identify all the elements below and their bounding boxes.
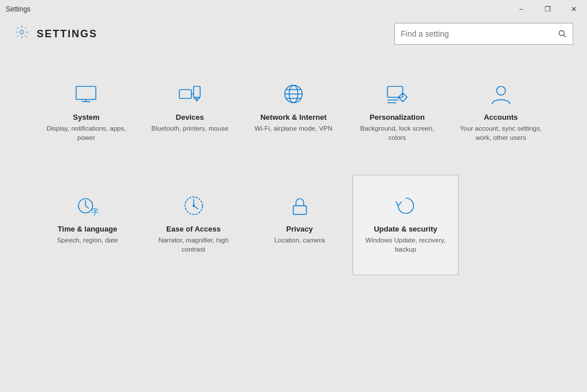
- maximize-button[interactable]: ❐: [534, 0, 561, 18]
- settings-item-title-devices: Devices: [176, 113, 204, 121]
- header: SETTINGS: [0, 18, 587, 52]
- svg-rect-8: [194, 97, 199, 99]
- settings-item-desc-system: Display, notifications, apps, power: [44, 124, 129, 142]
- settings-item-title-ease: Ease of Access: [166, 225, 221, 233]
- time-icon: 字: [76, 191, 100, 220]
- svg-rect-3: [76, 87, 96, 100]
- settings-item-desc-devices: Bluetooth, printers, mouse: [151, 124, 228, 133]
- settings-item-system[interactable]: SystemDisplay, notifications, apps, powe…: [34, 63, 138, 163]
- devices-icon: [178, 80, 202, 108]
- svg-point-1: [559, 30, 564, 36]
- settings-item-desc-update: Windows Update, recovery, backup: [362, 236, 449, 254]
- ease-icon: [182, 191, 206, 220]
- settings-item-personalization[interactable]: PersonalizationBackground, lock screen, …: [345, 63, 449, 163]
- settings-item-update[interactable]: Update & securityWindows Update, recover…: [353, 175, 459, 275]
- search-icon[interactable]: [552, 23, 573, 44]
- svg-point-27: [193, 205, 195, 207]
- search-input[interactable]: [395, 29, 552, 38]
- network-icon: [281, 80, 306, 108]
- svg-rect-6: [179, 89, 191, 98]
- header-left: SETTINGS: [14, 24, 97, 44]
- accounts-icon: [489, 80, 513, 108]
- svg-rect-7: [194, 87, 200, 97]
- settings-item-devices[interactable]: DevicesBluetooth, printers, mouse: [138, 63, 242, 163]
- personalization-icon: [385, 80, 409, 108]
- svg-point-19: [496, 87, 505, 95]
- window-controls: − ❐ ✕: [508, 0, 587, 18]
- settings-item-title-privacy: Privacy: [286, 225, 312, 233]
- settings-item-title-personalization: Personalization: [370, 113, 425, 121]
- settings-item-privacy[interactable]: PrivacyLocation, camera: [246, 175, 353, 275]
- settings-item-desc-network: Wi-Fi, airplane mode, VPN: [255, 124, 332, 133]
- settings-item-title-network: Network & Internet: [260, 113, 327, 121]
- svg-point-9: [196, 99, 198, 101]
- search-box: [394, 23, 573, 45]
- settings-item-title-time: Time & language: [58, 225, 118, 233]
- settings-item-desc-privacy: Location, camera: [274, 236, 324, 245]
- close-button[interactable]: ✕: [561, 0, 587, 18]
- settings-item-desc-time: Speech, region, date: [57, 236, 118, 245]
- svg-line-22: [85, 206, 89, 209]
- titlebar-title: Settings: [6, 5, 30, 13]
- settings-item-ease[interactable]: Ease of AccessNarrator, magnifier, high …: [140, 175, 246, 275]
- settings-row-2: 字 Time & languageSpeech, region, date Ea…: [34, 175, 553, 275]
- svg-text:字: 字: [91, 207, 98, 216]
- privacy-icon: [288, 191, 312, 220]
- settings-item-title-update: Update & security: [374, 225, 437, 233]
- svg-point-0: [20, 30, 24, 34]
- header-title: SETTINGS: [37, 28, 97, 40]
- settings-item-accounts[interactable]: AccountsYour account, sync settings, wor…: [449, 63, 553, 163]
- settings-item-desc-ease: Narrator, magnifier, high contrast: [150, 236, 237, 254]
- main-content: SystemDisplay, notifications, apps, powe…: [0, 52, 587, 392]
- settings-item-desc-personalization: Background, lock screen, colors: [354, 124, 440, 142]
- settings-item-desc-accounts: Your account, sync settings, work, other…: [458, 124, 543, 142]
- titlebar: Settings − ❐ ✕: [0, 0, 587, 18]
- svg-rect-28: [293, 206, 306, 214]
- system-icon: [74, 80, 98, 108]
- settings-header-icon: [14, 24, 30, 44]
- settings-row-1: SystemDisplay, notifications, apps, powe…: [34, 63, 553, 163]
- update-icon: [394, 191, 418, 220]
- settings-item-title-system: System: [73, 113, 99, 121]
- settings-item-network[interactable]: Network & InternetWi-Fi, airplane mode, …: [242, 63, 346, 163]
- svg-line-2: [563, 35, 566, 37]
- settings-item-title-accounts: Accounts: [484, 113, 518, 121]
- minimize-button[interactable]: −: [508, 0, 534, 18]
- settings-item-time[interactable]: 字 Time & languageSpeech, region, date: [34, 175, 140, 275]
